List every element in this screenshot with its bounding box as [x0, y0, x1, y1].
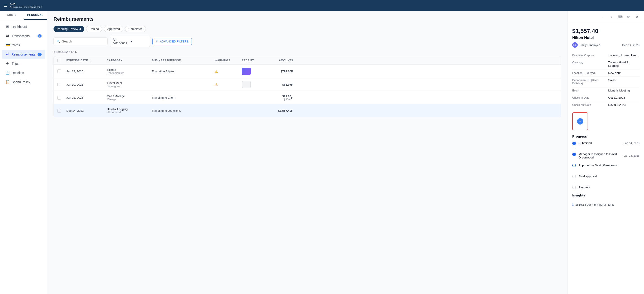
timeline-dot	[572, 164, 576, 167]
row-checkbox[interactable]	[57, 96, 66, 100]
status-cell: P	[291, 109, 305, 112]
amount-cell: $799.00	[264, 70, 291, 73]
timeline-item-final-approval: Final approval	[572, 174, 640, 186]
amount-cell: $63.07	[264, 83, 291, 86]
filter-denied[interactable]: Denied	[86, 26, 102, 32]
close-button[interactable]: ✕	[634, 14, 640, 20]
table-row[interactable]: Jan 13, 2025 Tickets Pendomonium Educati…	[54, 65, 561, 78]
category-select[interactable]: All categories ▾	[110, 36, 150, 47]
hamburger-menu[interactable]: ☰	[4, 3, 7, 8]
next-button[interactable]: ›	[608, 14, 615, 20]
sidebar-item-reimbursements[interactable]: ↩ Reimbursements 4	[2, 50, 45, 59]
main-content: Reimbursements Pending Review 4 Denied A…	[47, 11, 568, 294]
detail-field-checkin: Check-in Date Oct 31, 2023	[572, 94, 640, 101]
expense-amount: $1,557.40	[572, 28, 640, 34]
receipts-icon: 🧾	[6, 70, 10, 75]
prev-button[interactable]: ‹	[600, 14, 606, 20]
status-cell: P	[291, 83, 305, 86]
timeline-content: Final approval	[578, 174, 640, 178]
header-receipt[interactable]: Receipt	[242, 59, 264, 62]
sidebar: ADMIN PERSONAL ⊞ Dashboard ⇄ Transaction…	[0, 11, 47, 294]
filter-count: 4	[80, 27, 81, 30]
timeline-label: Manager reassigned to David Greenwood	[578, 152, 622, 159]
row-checkbox[interactable]	[57, 70, 66, 73]
sidebar-item-dashboard[interactable]: ⊞ Dashboard	[2, 22, 45, 31]
header-category[interactable]: Category	[107, 59, 152, 62]
timeline-dot	[572, 142, 576, 145]
header-business-purpose[interactable]: Business Purpose	[152, 59, 215, 62]
keyboard-button[interactable]: ⌨	[616, 14, 623, 20]
sidebar-item-receipts[interactable]: 🧾 Receipts	[2, 68, 45, 77]
edit-button[interactable]: ✏	[625, 14, 632, 20]
expense-hotel: Hilton Hotel	[572, 36, 640, 40]
sidebar-tabs: ADMIN PERSONAL	[0, 11, 47, 20]
top-bar: ☰ svb A Division of First Citizens Bank	[0, 0, 644, 11]
timeline-label: Payment	[578, 186, 590, 189]
sidebar-item-cards[interactable]: 💳 Cards	[2, 41, 45, 50]
receipt-add-button[interactable]: +	[577, 118, 583, 124]
page-title: Reimbursements	[54, 16, 561, 22]
expense-date: Jan 01, 2025	[66, 96, 107, 99]
transactions-icon: ⇄	[6, 34, 10, 38]
header-amount[interactable]: Amount	[264, 59, 291, 62]
filter-approved[interactable]: Approved	[104, 26, 123, 32]
status-cell: P	[291, 96, 305, 99]
table-row[interactable]: Jan 10, 2025 Travel Meal Sweetgreen ⚠ $6…	[54, 78, 561, 91]
expense-date: Dec 14, 2023	[66, 109, 107, 112]
sidebar-item-trips[interactable]: ✈ Trips	[2, 59, 45, 68]
warnings-cell: ⚠	[215, 69, 242, 74]
sidebar-item-label: Cards	[12, 44, 20, 47]
advanced-filters-button[interactable]: ⚙ ADVANCED FILTERS	[152, 38, 192, 45]
category-cell: Tickets Pendomonium	[107, 68, 152, 74]
timeline-date: Jan 14, 2025	[624, 142, 640, 145]
sidebar-item-label: Trips	[12, 62, 19, 66]
detail-field-event: Event Monthly Meeting	[572, 87, 640, 94]
reimbursements-icon: ↩	[6, 52, 9, 56]
row-checkbox[interactable]	[57, 109, 66, 112]
employee-avatar: EE	[572, 42, 578, 48]
logo: svb A Division of First Citizens Bank	[10, 2, 42, 9]
expense-date: Jan 13, 2025	[66, 70, 107, 73]
filter-pending-review[interactable]: Pending Review 4	[54, 26, 84, 32]
tab-personal[interactable]: PERSONAL	[24, 11, 47, 20]
tab-admin[interactable]: ADMIN	[0, 11, 24, 20]
search-input[interactable]	[62, 40, 98, 43]
panel-body: $1,557.40 Hilton Hotel EE Emily Employee…	[568, 23, 644, 294]
detail-field-checkout: Check-out Date Nov 03, 2023	[572, 101, 640, 108]
row-checkbox[interactable]	[57, 83, 66, 86]
detail-fields: Business Purpose Traveling to see client…	[572, 52, 640, 108]
search-box[interactable]: 🔍	[54, 38, 108, 45]
header-warnings[interactable]: Warnings	[215, 59, 242, 62]
insights-section: Insights ℹ $519.13 per night (for 3 nigh…	[572, 193, 640, 209]
receipt-thumbnail[interactable]	[242, 81, 251, 88]
header-expense-date[interactable]: Expense Date ↓	[66, 59, 107, 62]
expense-table: Expense Date ↓ Category Business Purpose…	[54, 56, 561, 117]
filter-completed[interactable]: Completed	[125, 26, 146, 32]
warning-icon: ⚠	[215, 83, 218, 86]
sidebar-item-spend-policy[interactable]: 📋 Spend Policy	[2, 78, 45, 86]
employee-row: EE Emily Employee Dec 14, 2023	[572, 42, 640, 48]
info-icon: ℹ	[572, 202, 574, 206]
filter-icon: ⚙	[156, 40, 158, 43]
logo-subtitle: A Division of First Citizens Bank	[10, 6, 42, 8]
receipt-upload-box[interactable]: +	[572, 112, 588, 130]
sidebar-item-transactions[interactable]: ⇄ Transactions 2	[2, 32, 45, 40]
table-row[interactable]: Jan 01, 2025 Gas / Mileage Mileage Trave…	[54, 91, 561, 104]
timeline-item-payment: Payment	[572, 186, 640, 189]
table-row[interactable]: Dec 14, 2023 Hotel & Lodging Hilton Hote…	[54, 104, 561, 117]
select-all-checkbox[interactable]	[57, 59, 66, 62]
category-cell: Gas / Mileage Mileage	[107, 94, 152, 101]
sidebar-nav: ⊞ Dashboard ⇄ Transactions 2 💳 Cards ↩ R…	[0, 20, 47, 88]
progress-section: Progress Submitted Jan 14, 2025	[572, 134, 640, 189]
business-purpose: Traveling to see client.	[152, 109, 215, 112]
employee-name: Emily Employee	[580, 44, 600, 47]
receipt-thumbnail[interactable]	[242, 68, 251, 74]
timeline-label: Final approval	[578, 175, 597, 178]
insight-item: ℹ $519.13 per night (for 3 nights)	[572, 200, 640, 209]
amount-cell: $21.00 | 30mi	[264, 95, 291, 101]
progress-title: Progress	[572, 134, 640, 138]
sidebar-item-label: Receipts	[12, 71, 24, 74]
trips-icon: ✈	[6, 61, 10, 66]
timeline-dot	[572, 186, 576, 189]
items-summary: 4 items, $2,440.47	[54, 50, 561, 54]
